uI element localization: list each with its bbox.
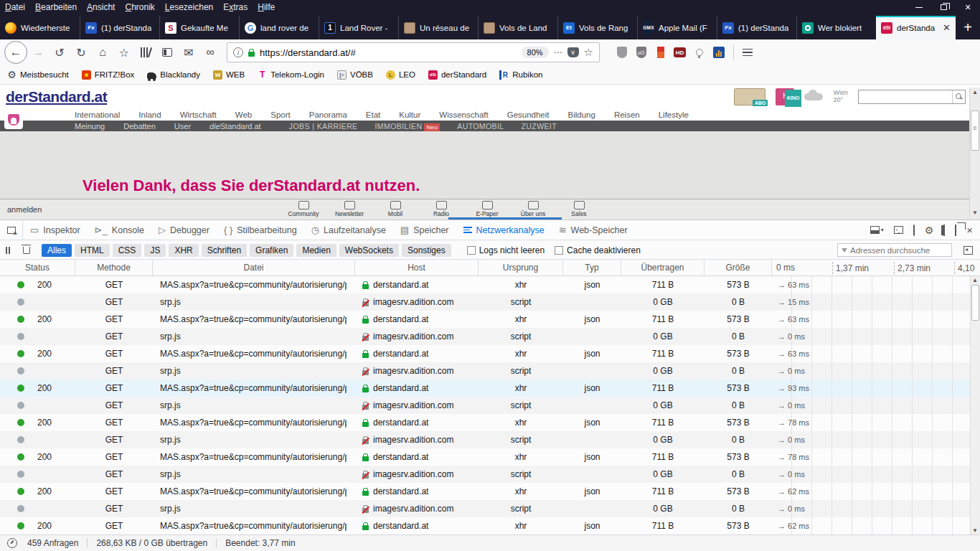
- network-request-row[interactable]: 200 GET MAS.aspx?a=true&cp=community/aut…: [0, 276, 980, 293]
- bookmark-star-icon[interactable]: ☆: [113, 42, 135, 62]
- url-bar[interactable]: i https://derstandard.at/# 80% ⋯ ∨ ☆: [227, 42, 600, 62]
- home-button[interactable]: ⌂: [92, 42, 113, 62]
- menu-hamburger-icon[interactable]: [743, 49, 753, 57]
- menu-bearbeiten[interactable]: Bearbeiten: [30, 2, 82, 12]
- nav-zuzweit[interactable]: ZUZWEIT: [522, 122, 557, 131]
- devtools-tab-speicher[interactable]: ▤Speicher: [393, 220, 456, 240]
- page-info-icon[interactable]: i: [233, 47, 243, 57]
- filter-chip-xhr[interactable]: XHR: [169, 244, 198, 257]
- column-header-ursprung[interactable]: Ursprung: [479, 260, 563, 276]
- new-tab-button[interactable]: +: [956, 16, 980, 39]
- nav-user[interactable]: User: [174, 122, 191, 131]
- nav-inland[interactable]: Inland: [138, 110, 161, 119]
- browser-tab[interactable]: Wer blokiert: [796, 16, 876, 39]
- quicklink-community[interactable]: Community: [286, 201, 321, 217]
- stats-extension-icon[interactable]: [712, 47, 725, 59]
- separate-window-icon[interactable]: [955, 225, 956, 235]
- network-request-row[interactable]: GET srp.js imagesrv.adition.com script 0…: [0, 397, 980, 414]
- nav-reisen[interactable]: Reisen: [614, 110, 640, 119]
- browser-tab[interactable]: Fx (1) derStanda: [80, 16, 159, 39]
- site-search-box[interactable]: [858, 90, 966, 104]
- scrollbar-thumb[interactable]: [971, 110, 979, 151]
- bookmark-telekom-login[interactable]: T Telekom-Login: [258, 70, 324, 80]
- tab-close-icon[interactable]: ✕: [943, 22, 951, 33]
- history-icon[interactable]: ↺: [49, 42, 70, 62]
- reload-button[interactable]: ↻: [70, 42, 92, 62]
- network-request-row[interactable]: GET srp.js imagesrv.adition.com script 0…: [0, 328, 980, 345]
- mail-icon[interactable]: ✉: [178, 42, 199, 62]
- kino-icon[interactable]: KKINO: [776, 88, 794, 105]
- devtools-tab-konsole[interactable]: ⊳_Konsole: [88, 220, 151, 240]
- network-request-row[interactable]: 200 GET MAS.aspx?a=true&cp=community/aut…: [0, 483, 980, 500]
- close-button[interactable]: ✕: [956, 0, 980, 14]
- browser-tab[interactable]: Et Vols de Rang: [557, 16, 637, 39]
- column-header-host[interactable]: Host: [355, 260, 479, 276]
- nav-automobil[interactable]: AUTOMOBIL: [457, 122, 504, 131]
- nav-bildung[interactable]: Bildung: [568, 110, 595, 119]
- bookmark-fritz-box[interactable]: FRITZ!Box: [82, 70, 135, 80]
- menu-extras[interactable]: Extras: [218, 2, 253, 12]
- quicklink-radio[interactable]: Radio: [423, 201, 459, 217]
- nav-wissenschaft[interactable]: Wissenschaft: [439, 110, 488, 119]
- menu-chronik[interactable]: Chronik: [120, 2, 159, 12]
- network-request-row[interactable]: 200 GET MAS.aspx?a=true&cp=community/aut…: [0, 414, 980, 431]
- column-header-status[interactable]: Status: [0, 260, 75, 276]
- bookmark-blacklandy[interactable]: Blacklandy: [147, 70, 200, 79]
- bookmark-meistbesucht[interactable]: ⚙ Meistbesucht: [7, 70, 69, 80]
- url-text[interactable]: https://derstandard.at/#: [260, 47, 517, 58]
- filter-chip-grafiken[interactable]: Grafiken: [250, 244, 293, 257]
- filter-chip-medien[interactable]: Medien: [296, 244, 336, 257]
- column-header-timeline[interactable]: 0 ms 1,37 min 2,73 min 4,10: [772, 260, 980, 276]
- browser-tab[interactable]: dSt derStanda ✕: [876, 16, 956, 39]
- browser-tab[interactable]: GMX Apple Mail (F: [637, 16, 717, 39]
- devtools-tab-laufzeitanalyse[interactable]: ◷Laufzeitanalyse: [304, 220, 393, 240]
- nav-kultur[interactable]: Kultur: [399, 110, 420, 119]
- nav-debatten[interactable]: Debatten: [123, 122, 156, 131]
- network-request-row[interactable]: 200 GET MAS.aspx?a=true&cp=community/aut…: [0, 448, 980, 466]
- page-scrollbar[interactable]: ▲ ▼: [969, 88, 980, 218]
- devtools-close-icon[interactable]: ×: [966, 224, 973, 236]
- forward-button[interactable]: →: [27, 42, 49, 62]
- quicklink-mobil[interactable]: Mobil: [377, 201, 413, 217]
- scroll-down-icon[interactable]: ▼: [971, 527, 979, 534]
- nav-wirtschaft[interactable]: Wirtschaft: [180, 110, 217, 119]
- column-header-methode[interactable]: Methode: [75, 260, 153, 276]
- network-request-row[interactable]: 200 GET MAS.aspx?a=true&cp=community/aut…: [0, 345, 980, 362]
- browser-tab[interactable]: Wiederherste: [0, 16, 80, 39]
- filter-chip-websockets[interactable]: WebSockets: [339, 244, 399, 257]
- checkbox-icon[interactable]: [555, 246, 563, 255]
- nav-etat[interactable]: Etat: [366, 110, 380, 119]
- quicklink-e-paper[interactable]: E-Paper: [469, 201, 505, 217]
- performance-clock-icon[interactable]: [7, 538, 17, 548]
- filter-chip-js[interactable]: JS: [144, 244, 166, 257]
- address-search-input[interactable]: [850, 246, 948, 255]
- details-pane-toggle-icon[interactable]: [963, 246, 973, 255]
- page-actions-icon[interactable]: ⋯: [554, 47, 562, 57]
- pick-element-icon[interactable]: [0, 220, 23, 240]
- table-scrollbar[interactable]: ▲ ▼: [970, 276, 980, 535]
- nav-lifestyle[interactable]: Lifestyle: [659, 110, 689, 119]
- column-header-datei[interactable]: Datei: [153, 260, 355, 276]
- sidebar-panel-icon[interactable]: [943, 225, 945, 235]
- settings-gear-icon[interactable]: ⚙: [925, 225, 934, 236]
- derstandard-logo[interactable]: derStandard.at: [6, 88, 107, 105]
- standard-house-icon[interactable]: [4, 110, 23, 129]
- browser-tab[interactable]: Un réseau de: [398, 16, 478, 39]
- adblock-column-icon[interactable]: [654, 47, 666, 59]
- network-request-row[interactable]: GET srp.js imagesrv.adition.com script 0…: [0, 431, 980, 448]
- mask-icon[interactable]: ∞: [199, 42, 221, 62]
- menu-datei[interactable]: Datei: [0, 2, 30, 12]
- menu-hilfe[interactable]: Hilfe: [253, 2, 280, 12]
- scroll-down-icon[interactable]: ▼: [971, 209, 979, 217]
- bookmark-v-bb[interactable]: [≡ VÖBB: [337, 70, 373, 80]
- nav-web[interactable]: Web: [235, 110, 252, 119]
- checkbox-icon[interactable]: [467, 246, 476, 255]
- nav-gesundheit[interactable]: Gesundheit: [507, 110, 550, 119]
- restore-button[interactable]: [931, 0, 956, 14]
- network-request-row[interactable]: GET srp.js imagesrv.adition.com script 0…: [0, 293, 980, 311]
- devtools-tab-stilbearbeitung[interactable]: { }Stilbearbeitung: [217, 220, 304, 240]
- dock-side-icon[interactable]: ▾: [870, 226, 884, 234]
- minimize-button[interactable]: [907, 0, 931, 14]
- bookmark-leo[interactable]: L LEO: [386, 70, 415, 80]
- ublock-icon[interactable]: uO: [635, 47, 647, 59]
